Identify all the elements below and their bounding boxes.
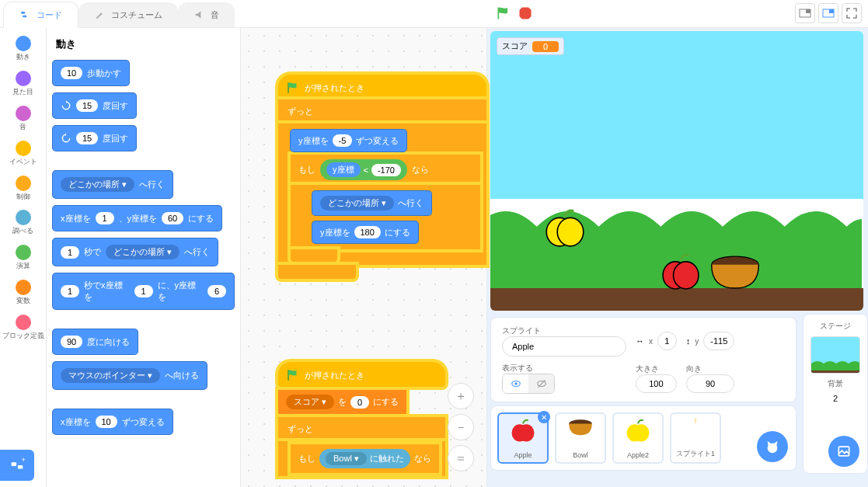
fullscreen-button[interactable] bbox=[842, 3, 862, 23]
script-2[interactable]: が押されたとき スコア ▾ を 0 にする ずっと もし Bowl ▾ に触れた… bbox=[278, 362, 445, 476]
block-forever-2[interactable]: ずっと bbox=[278, 417, 445, 441]
block-if-1[interactable]: もし y座標 < -170 なら bbox=[291, 155, 480, 185]
large-stage-button[interactable] bbox=[818, 3, 838, 23]
block-turn-ccw[interactable]: 15 度回す bbox=[53, 126, 136, 151]
goto-menu-dropdown[interactable]: どこかの場所 ▾ bbox=[61, 177, 134, 192]
variable-dropdown[interactable]: スコア ▾ bbox=[286, 395, 334, 409]
stop-button[interactable] bbox=[518, 5, 533, 21]
y-label: y bbox=[695, 337, 699, 346]
cat-icon bbox=[764, 438, 781, 455]
category-音[interactable]: 音 bbox=[0, 101, 46, 136]
zoom-out-button[interactable]: － bbox=[448, 414, 474, 440]
category-label: 演算 bbox=[16, 263, 30, 270]
sprite-y-input[interactable]: -115 bbox=[703, 332, 734, 350]
block-glide-menu[interactable]: 1 秒で どこかの場所 ▾ へ行く bbox=[53, 238, 218, 266]
palette-title: 動き bbox=[56, 37, 234, 51]
category-イベント[interactable]: イベント bbox=[0, 136, 46, 171]
reporter-y-position[interactable]: y座標 bbox=[326, 162, 361, 177]
turn-cw-icon bbox=[61, 100, 71, 111]
backdrop-label: 背景 bbox=[828, 378, 843, 389]
block-goto-random[interactable]: どこかの場所 ▾ へ行く bbox=[312, 191, 431, 215]
score-monitor-label: スコア bbox=[502, 40, 528, 52]
score-monitor[interactable]: スコア 0 bbox=[497, 37, 564, 55]
zoom-reset-button[interactable]: ＝ bbox=[448, 445, 474, 471]
block-goto-menu[interactable]: どこかの場所 ▾ へ行く bbox=[53, 171, 173, 198]
sprite-direction-input[interactable]: 90 bbox=[686, 374, 735, 393]
sprite-x-input[interactable]: 1 bbox=[657, 332, 677, 350]
block-set-variable[interactable]: スコア ▾ を 0 にする bbox=[278, 390, 406, 414]
block-point-direction[interactable]: 90 度に向ける bbox=[53, 329, 138, 354]
arrow-horizontal-icon: ↔ bbox=[636, 336, 644, 346]
delete-sprite-button[interactable]: ✕ bbox=[538, 411, 550, 423]
category-label: 変数 bbox=[16, 297, 30, 305]
editor-tabs: コード コスチューム 音 bbox=[0, 0, 868, 28]
category-調べる[interactable]: 調べる bbox=[0, 205, 46, 240]
sprite-name-label: スプライト bbox=[502, 325, 626, 336]
block-palette[interactable]: 動き 10 歩動かす 15 度回す 15 度回す どこかの場所 ▾ へ行く bbox=[47, 28, 240, 487]
category-dot bbox=[16, 245, 31, 260]
block-if-2[interactable]: もし Bowl ▾ に触れた なら bbox=[291, 444, 439, 473]
stage-sprite-bowl[interactable] bbox=[708, 252, 762, 291]
show-button[interactable] bbox=[503, 374, 528, 393]
tab-sounds[interactable]: 音 bbox=[178, 2, 235, 27]
category-見た目[interactable]: 見た目 bbox=[0, 66, 46, 101]
direction-label: 向き bbox=[686, 364, 735, 374]
zoom-in-button[interactable]: ＋ bbox=[448, 383, 474, 409]
category-動き[interactable]: 動き bbox=[0, 31, 46, 66]
category-演算[interactable]: 演算 bbox=[0, 240, 46, 275]
svg-rect-1 bbox=[23, 16, 26, 18]
green-flag-button[interactable] bbox=[496, 5, 511, 22]
sprite-name-input[interactable] bbox=[502, 336, 626, 357]
sprite-tile-sprite1[interactable]: Ｔ スプライト1 bbox=[670, 412, 721, 464]
sprite-tile-apple[interactable]: ✕ Apple bbox=[497, 412, 549, 464]
block-move-steps[interactable]: 10 歩動かす bbox=[53, 61, 129, 85]
tab-costumes[interactable]: コスチューム bbox=[78, 2, 178, 27]
stage-thumbnail[interactable] bbox=[810, 336, 860, 374]
category-制御[interactable]: 制御 bbox=[0, 171, 46, 206]
bowl-icon bbox=[567, 417, 594, 437]
point-towards-dropdown[interactable]: マウスのポインター ▾ bbox=[61, 368, 160, 383]
goto-dropdown-1[interactable]: どこかの場所 ▾ bbox=[320, 196, 394, 210]
block-glide-xy[interactable]: 1 秒でx座標を 1 に、y座標を 6 bbox=[53, 273, 234, 309]
sprite-size-input[interactable]: 100 bbox=[636, 374, 677, 393]
block-touching[interactable]: Bowl ▾ に触れた bbox=[319, 449, 410, 468]
add-backdrop-button[interactable] bbox=[828, 436, 859, 467]
apple-yellow-icon bbox=[625, 417, 651, 444]
show-label: 表示する bbox=[502, 363, 626, 374]
script-1[interactable]: が押されたとき ずっと y座標を -5 ずつ変える もし y座標 < -170 … bbox=[278, 75, 486, 279]
block-goto-xy[interactable]: x座標を 1 、y座標を 60 にする bbox=[53, 206, 221, 231]
add-sprite-button[interactable] bbox=[757, 431, 788, 462]
stage-sprite-apple2[interactable] bbox=[543, 206, 587, 249]
small-stage-button[interactable] bbox=[795, 3, 815, 23]
stage[interactable]: スコア 0 bbox=[490, 31, 863, 311]
category-ブロック定義[interactable]: ブロック定義 bbox=[0, 310, 46, 345]
svg-point-21 bbox=[518, 424, 534, 441]
touching-dropdown[interactable]: Bowl ▾ bbox=[326, 452, 367, 465]
hide-button[interactable] bbox=[528, 374, 554, 393]
stage-sprite-apple[interactable] bbox=[660, 250, 702, 292]
block-change-x[interactable]: x座標を 10 ずつ変える bbox=[53, 409, 173, 434]
block-point-towards[interactable]: マウスのポインター ▾ へ向ける bbox=[53, 362, 207, 389]
hat-when-flag-clicked-2[interactable]: が押されたとき bbox=[278, 362, 445, 387]
block-forever-1[interactable]: ずっと bbox=[278, 99, 486, 123]
category-dot bbox=[16, 71, 31, 86]
category-変数[interactable]: 変数 bbox=[0, 275, 46, 310]
block-lt-operator[interactable]: y座標 < -170 bbox=[320, 159, 407, 180]
script-workspace[interactable]: が押されたとき ずっと y座標を -5 ずつ変える もし y座標 < -170 … bbox=[241, 28, 487, 487]
code-icon bbox=[19, 9, 32, 21]
stage-run-controls bbox=[496, 5, 533, 22]
extension-icon: + bbox=[9, 457, 26, 474]
tab-code[interactable]: コード bbox=[3, 2, 78, 28]
sprite-tile-bowl[interactable]: Bowl bbox=[555, 412, 606, 464]
c-cap-1 bbox=[291, 249, 337, 262]
green-flag-icon bbox=[286, 368, 300, 382]
add-extension-button[interactable]: + bbox=[0, 450, 34, 481]
category-label: 調べる bbox=[12, 228, 33, 235]
block-set-y[interactable]: y座標を 180 にする bbox=[312, 221, 418, 243]
block-turn-cw[interactable]: 15 度回す bbox=[53, 93, 136, 118]
hat-when-flag-clicked-1[interactable]: が押されたとき bbox=[278, 75, 486, 99]
sprite-tile-apple2[interactable]: Apple2 bbox=[612, 412, 664, 464]
glide-menu-dropdown[interactable]: どこかの場所 ▾ bbox=[106, 245, 180, 259]
category-label: ブロック定義 bbox=[2, 332, 44, 340]
block-change-y-1[interactable]: y座標を -5 ずつ変える bbox=[291, 130, 406, 151]
